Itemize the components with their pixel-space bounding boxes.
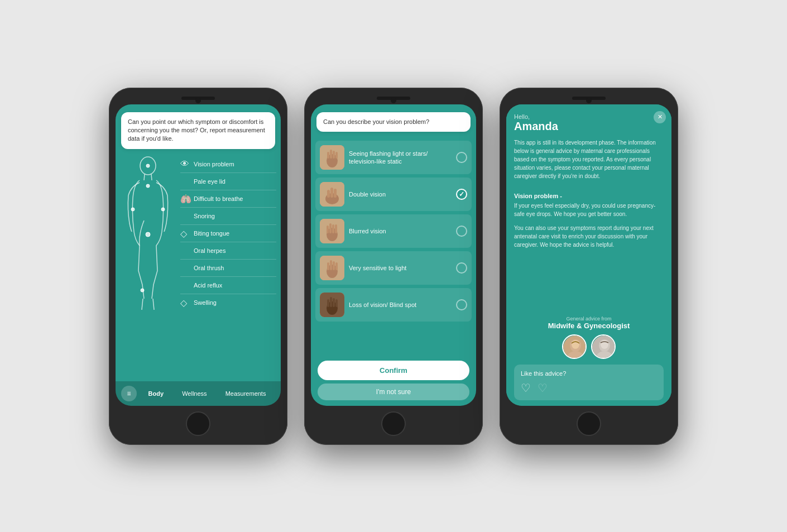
- advice-body: Vision problem - If your eyes feel espec…: [506, 193, 671, 310]
- phone-1: Can you point our which symptom or disco…: [109, 88, 287, 445]
- general-advice-label: General advice from: [514, 316, 664, 322]
- svg-rect-37: [333, 298, 335, 307]
- svg-line-3: [142, 299, 143, 310]
- hand-svg-3: [320, 219, 344, 243]
- greeting-text: Hello,: [514, 113, 664, 120]
- symptom-vision-label: Vision problem: [194, 161, 234, 167]
- symptom-oral-thrush[interactable]: Oral thrush: [180, 260, 276, 277]
- hand-svg-1: [320, 145, 344, 170]
- tab-wellness[interactable]: Wellness: [177, 388, 211, 399]
- svg-line-1: [144, 174, 145, 180]
- tooth-icon: ◇: [180, 228, 190, 238]
- svg-rect-15: [327, 152, 329, 159]
- eye-icon: 👁: [180, 159, 190, 169]
- svg-point-8: [146, 232, 150, 237]
- advice-description: If your eyes feel especially dry, you co…: [514, 202, 664, 218]
- confirm-button[interactable]: Confirm: [318, 361, 469, 380]
- not-sure-button[interactable]: I'm not sure: [318, 384, 469, 400]
- option-double-label: Double vision: [349, 190, 452, 198]
- svg-rect-27: [327, 226, 329, 233]
- option-loss-thumb: [320, 293, 344, 317]
- disclaimer-text: This app is still in its development pha…: [514, 138, 664, 180]
- close-button[interactable]: ✕: [654, 111, 666, 123]
- option-blurred-label: Blurred vision: [349, 227, 452, 235]
- svg-point-10: [141, 289, 144, 292]
- oral-herpes-icon: [180, 246, 190, 256]
- svg-rect-26: [335, 224, 337, 233]
- phone-1-home-button[interactable]: [186, 411, 210, 436]
- option-loss-radio[interactable]: [456, 299, 467, 310]
- symptom-pale-label: Pale eye lid: [194, 178, 225, 185]
- option-flashing[interactable]: Seeing flashing light or stars/ televisi…: [315, 141, 472, 174]
- option-sensitive-radio[interactable]: [456, 262, 467, 274]
- dislike-button[interactable]: ♡: [538, 381, 548, 395]
- body-area: 👁 Vision problem Pale eye lid 🫁 Difficul…: [116, 154, 281, 381]
- svg-rect-16: [335, 152, 338, 159]
- followup-text: You can also use your symptoms report du…: [514, 224, 664, 249]
- tab-measurements[interactable]: Measurements: [221, 388, 271, 399]
- acid-icon: [180, 280, 190, 290]
- doctor-face-2: [592, 336, 616, 359]
- option-double-thumb: [320, 182, 344, 207]
- phone-2-home-button[interactable]: [381, 411, 406, 436]
- option-flashing-thumb: [320, 145, 344, 170]
- advice-title: Vision problem -: [514, 193, 664, 199]
- hand-svg-5: [320, 293, 344, 317]
- phone-3: ✕ Hello, Amanda This app is still in its…: [500, 88, 678, 445]
- tab-body[interactable]: Body: [144, 388, 169, 399]
- option-double-radio[interactable]: [456, 189, 467, 200]
- phone-3-home-button[interactable]: [577, 411, 601, 436]
- bottom-nav-1: ≡ Body Wellness Measurements: [116, 381, 281, 406]
- svg-point-5: [146, 164, 150, 167]
- body-figure: [120, 154, 176, 381]
- svg-rect-21: [327, 190, 330, 198]
- svg-point-7: [131, 208, 135, 211]
- like-box: Like this advice? ♡ ♡: [514, 365, 664, 400]
- symptom-oral-herpes-label: Oral herpes: [194, 247, 225, 254]
- general-advice-title: Midwife & Gynecologist: [514, 322, 664, 330]
- hand-svg-2: [320, 182, 344, 207]
- svg-rect-25: [332, 224, 334, 233]
- symptom-swelling[interactable]: ◇ Swelling: [180, 294, 276, 311]
- svg-rect-24: [329, 223, 332, 233]
- nav-tabs: Body Wellness Measurements: [139, 388, 275, 399]
- option-flashing-radio[interactable]: [456, 152, 467, 163]
- svg-point-6: [146, 184, 150, 188]
- symptom-pale[interactable]: Pale eye lid: [180, 173, 276, 190]
- symptom-vision[interactable]: 👁 Vision problem: [180, 156, 276, 173]
- option-sensitive-thumb: [320, 256, 344, 280]
- option-double[interactable]: Double vision: [315, 178, 472, 211]
- option-blurred-thumb: [320, 219, 344, 243]
- option-sensitive[interactable]: Very sensitive to light: [315, 251, 472, 285]
- option-loss-label: Loss of vision/ Blind spot: [349, 301, 452, 309]
- like-button[interactable]: ♡: [521, 381, 531, 395]
- symptom-biting[interactable]: ◇ Biting tongue: [180, 225, 276, 242]
- symptom-snoring-label: Snoring: [194, 213, 215, 219]
- doctors-row: [514, 334, 664, 359]
- svg-rect-30: [330, 260, 332, 270]
- svg-point-9: [161, 208, 165, 211]
- phone-1-screen: Can you point our which symptom or disco…: [116, 104, 281, 406]
- svg-rect-19: [330, 188, 333, 198]
- option-blurred-radio[interactable]: [456, 226, 467, 237]
- option-sensitive-label: Very sensitive to light: [349, 264, 452, 272]
- svg-rect-36: [330, 297, 332, 307]
- doctor-avatar-1: [562, 334, 587, 359]
- symptom-snoring[interactable]: Snoring: [180, 208, 276, 225]
- phone-3-camera: [586, 98, 592, 103]
- chat-bubble-2: Can you describe your vision problem?: [316, 112, 471, 132]
- symptom-breathe[interactable]: 🫁 Difficult to breathe: [180, 190, 276, 208]
- symptom-acid[interactable]: Acid reflux: [180, 277, 276, 294]
- option-loss[interactable]: Loss of vision/ Blind spot: [315, 288, 472, 322]
- svg-rect-39: [335, 299, 338, 307]
- advice-footer: General advice from Midwife & Gynecologi…: [506, 310, 671, 406]
- svg-line-2: [151, 174, 152, 180]
- svg-rect-13: [330, 150, 332, 159]
- nav-menu-button[interactable]: ≡: [121, 386, 137, 401]
- option-blurred[interactable]: Blurred vision: [315, 214, 472, 248]
- phone-3-screen: ✕ Hello, Amanda This app is still in its…: [506, 104, 671, 406]
- svg-line-4: [153, 299, 154, 310]
- swelling-icon: ◇: [180, 298, 190, 308]
- vision-options-list: Seeing flashing light or stars/ televisi…: [311, 136, 476, 355]
- symptom-oral-herpes[interactable]: Oral herpes: [180, 242, 276, 260]
